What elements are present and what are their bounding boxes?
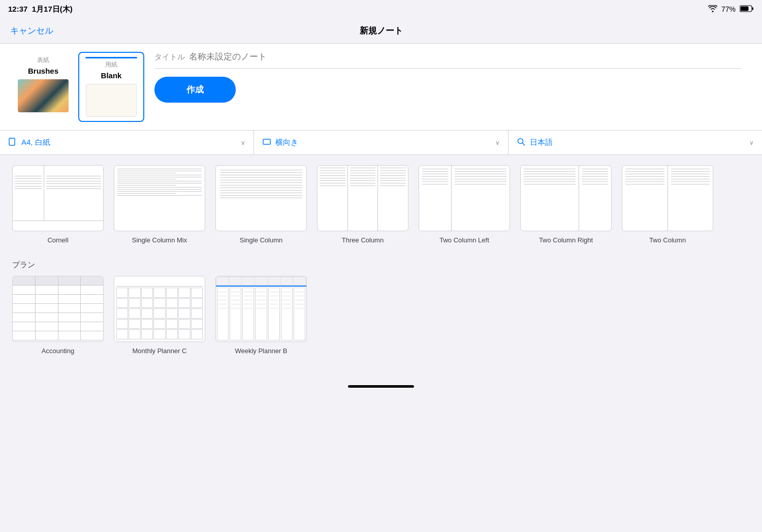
template-thumb-cornell (12, 165, 104, 231)
title-input[interactable] (189, 52, 742, 62)
create-button[interactable]: 作成 (154, 77, 236, 103)
template-label-cornell: Cornell (47, 236, 68, 244)
battery-label: 77% (721, 5, 736, 13)
template-label-accounting: Accounting (42, 347, 74, 355)
templates-grid: Cornell Single Column Mix (12, 165, 750, 244)
paper-size-filter[interactable]: A4, 白紙 ∨ (0, 131, 254, 154)
status-right: 77% (708, 5, 754, 14)
svg-rect-5 (263, 139, 270, 144)
paper-size-label: A4, 白紙 (21, 138, 50, 147)
plan-section-label: プラン (12, 260, 750, 270)
template-thumb-three-column (317, 165, 408, 231)
template-thumb-single-column-mix (114, 165, 205, 231)
template-single-column-mix[interactable]: Single Column Mix (114, 165, 205, 244)
cover-tab-main-label: Brushes (28, 67, 58, 75)
wifi-icon (708, 5, 717, 14)
title-input-row: タイトル (154, 52, 742, 69)
cover-tab-top-label: 表紙 (37, 56, 49, 65)
template-label-two-column: Two Column (649, 236, 686, 244)
orientation-icon (262, 137, 271, 148)
paper-thumbnail (86, 84, 137, 117)
template-thumb-two-column (622, 165, 713, 231)
template-label-two-column-right: Two Column Right (539, 236, 593, 244)
paper-tab-top-label: 用紙 (105, 60, 117, 69)
template-cornell[interactable]: Cornell (12, 165, 104, 244)
template-thumb-two-column-left (419, 165, 510, 231)
orientation-filter[interactable]: 横向き ∨ (254, 131, 508, 154)
template-three-column[interactable]: Three Column (317, 165, 408, 244)
paper-size-chevron: ∨ (241, 139, 245, 146)
orientation-label: 横向き (275, 138, 298, 147)
template-thumb-weekly-planner (215, 276, 307, 342)
home-bar (348, 385, 414, 388)
template-thumb-single-column (215, 165, 307, 231)
template-label-weekly-planner: Weekly Planner B (235, 347, 287, 355)
search-icon (517, 137, 526, 148)
template-label-three-column: Three Column (342, 236, 384, 244)
battery-icon (740, 5, 754, 14)
home-indicator (0, 381, 762, 390)
svg-line-7 (522, 143, 525, 145)
cover-thumbnail (18, 79, 69, 112)
language-label: 日本語 (530, 138, 553, 147)
plan-templates-grid: Accounting Monthly Planner C (12, 276, 750, 355)
svg-rect-2 (741, 6, 749, 11)
status-time: 12:37 1月17日(木) (8, 5, 73, 14)
template-accounting[interactable]: Accounting (12, 276, 104, 355)
paper-tab-main-label: Blank (101, 71, 122, 80)
selector-panel: 表紙 Brushes 用紙 Blank タイトル 作成 (0, 44, 762, 131)
template-two-column-left[interactable]: Two Column Left (419, 165, 510, 244)
language-chevron: ∨ (749, 139, 754, 146)
content-area: Cornell Single Column Mix (0, 155, 762, 381)
template-two-column[interactable]: Two Column (622, 165, 713, 244)
language-filter[interactable]: 日本語 ∨ (509, 131, 762, 154)
template-label-single-column: Single Column (240, 236, 283, 244)
title-label: タイトル (154, 52, 185, 62)
tab-section: 表紙 Brushes 用紙 Blank (10, 52, 144, 122)
active-indicator (85, 57, 137, 58)
cancel-button[interactable]: キャンセル (10, 25, 53, 37)
template-label-single-column-mix: Single Column Mix (132, 236, 187, 244)
template-thumb-accounting (12, 276, 104, 342)
title-area: タイトル 作成 (144, 52, 752, 103)
template-single-column[interactable]: Single Column (215, 165, 307, 244)
template-two-column-right[interactable]: Two Column Right (520, 165, 612, 244)
template-thumb-two-column-right (520, 165, 612, 231)
svg-rect-3 (9, 138, 15, 145)
template-weekly-planner[interactable]: Weekly Planner B (215, 276, 307, 355)
template-thumb-monthly-planner (114, 276, 205, 342)
page-title: 新規ノート (360, 25, 403, 37)
paper-size-icon (8, 137, 17, 148)
filter-toolbar: A4, 白紙 ∨ 横向き ∨ 日本語 ∨ (0, 131, 762, 155)
template-label-monthly-planner: Monthly Planner C (133, 347, 187, 355)
orientation-chevron: ∨ (495, 139, 500, 146)
tab-cover[interactable]: 表紙 Brushes (10, 52, 76, 122)
svg-rect-1 (752, 7, 754, 10)
template-label-two-column-left: Two Column Left (439, 236, 489, 244)
template-monthly-planner[interactable]: Monthly Planner C (114, 276, 205, 355)
status-bar: 12:37 1月17日(木) 77% (0, 0, 762, 18)
nav-bar: キャンセル 新規ノート (0, 18, 762, 44)
tab-paper[interactable]: 用紙 Blank (78, 52, 144, 122)
